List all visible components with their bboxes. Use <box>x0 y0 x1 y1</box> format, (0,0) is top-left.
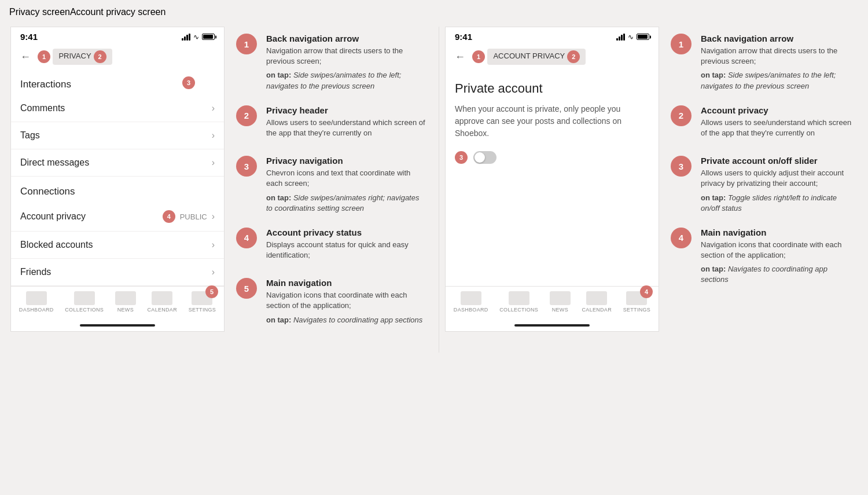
back-arrow-right[interactable]: ← <box>455 51 465 63</box>
right-section-label: Account privacy screen <box>70 7 165 17</box>
privacy-content: Interactions 3 Comments › Tags › Direct … <box>11 69 224 286</box>
annotation-circle-1-right: 1 <box>671 34 692 54</box>
status-time-right: 9:41 <box>455 32 472 42</box>
annotation-circle-5-left: 5 <box>236 278 257 299</box>
nav-news-right[interactable]: NEWS <box>550 291 571 313</box>
annotation-circle-4-right: 4 <box>671 228 692 248</box>
interactions-header: Interactions 3 <box>11 69 224 95</box>
annotation-3-left: 3 Privacy navigation Chevron icons and t… <box>236 156 427 214</box>
account-privacy-phone-panel: 9:41 ∿ ← 1 <box>445 27 659 332</box>
annotation-2-right: 2 Account privacy Allows users to see/un… <box>671 105 852 142</box>
annotation-4-right: 4 Main navigation Navigation icons that … <box>671 228 852 285</box>
direct-messages-item[interactable]: Direct messages › <box>11 149 224 177</box>
back-arrow-left[interactable]: ← <box>20 51 31 63</box>
nav-collections-right[interactable]: COLLECTIONS <box>499 291 538 313</box>
battery-icon-right <box>637 34 649 40</box>
nav-dashboard-left[interactable]: DASHBOARD <box>19 291 54 313</box>
status-icons-right: ∿ <box>616 33 649 41</box>
annotation-1-right: 1 Back navigation arrow Navigation arrow… <box>671 34 852 91</box>
toggle-knob <box>475 152 485 163</box>
left-section: 9:41 ∿ ← 1 <box>5 24 439 355</box>
dm-chevron: › <box>212 157 215 168</box>
status-time-left: 9:41 <box>20 32 38 42</box>
nav-badge-num-1: 1 <box>38 50 50 63</box>
toggle-row: 3 <box>455 151 649 164</box>
nav-bar-left: ← 1 PRIVACY2 <box>11 44 224 69</box>
panels-row: 9:41 ∿ ← 1 <box>0 24 868 355</box>
nav-news-left[interactable]: NEWS <box>115 291 136 313</box>
account-privacy-item[interactable]: Account privacy 4 PUBLIC › <box>11 202 224 232</box>
bottom-nav-right: DASHBOARD COLLECTIONS NEWS CALENDAR 4 <box>446 286 659 322</box>
annotation-circle-4-left: 4 <box>236 228 257 248</box>
nav-dashboard-right[interactable]: DASHBOARD <box>454 291 488 313</box>
signal-bar-4 <box>189 34 190 41</box>
section-labels: Privacy screen Account privacy screen <box>0 0 868 24</box>
annotation-2-left: 2 Privacy header Allows users to see/und… <box>236 105 427 142</box>
settings-badge-right: 4 <box>640 285 653 298</box>
r-signal-bar-1 <box>616 38 618 41</box>
account-privacy-content: Private account When your account is pri… <box>446 69 659 286</box>
annotation-3-right: 3 Private account on/off slider Allows u… <box>671 156 852 214</box>
annotation-5-left: 5 Main navigation Navigation icons that … <box>236 278 427 325</box>
toggle-badge: 3 <box>455 151 468 164</box>
privacy-phone-panel: 9:41 ∿ ← 1 <box>10 27 225 332</box>
status-bar-left: 9:41 ∿ <box>11 27 224 44</box>
blocked-chevron: › <box>212 240 215 250</box>
blocked-accounts-item[interactable]: Blocked accounts › <box>11 232 224 259</box>
dashboard-icon-right <box>461 291 481 305</box>
nav-calendar-left[interactable]: CALENDAR <box>148 291 177 313</box>
private-account-toggle[interactable] <box>473 151 496 164</box>
annotation-circle-1-left: 1 <box>236 34 257 54</box>
annotation-1-left: 1 Back navigation arrow Navigation arrow… <box>236 34 427 91</box>
collections-icon-left <box>74 291 95 305</box>
comments-item[interactable]: Comments › <box>11 95 224 122</box>
collections-icon-right <box>509 291 529 305</box>
wifi-icon-right: ∿ <box>628 33 634 41</box>
r-signal-bar-3 <box>621 35 623 41</box>
privacy-header-badge: PRIVACY2 <box>53 49 112 65</box>
bottom-indicator-left <box>80 324 155 327</box>
news-icon-left <box>115 291 136 305</box>
bottom-indicator-right <box>514 324 590 327</box>
private-account-title: Private account <box>455 81 649 96</box>
right-annotation-panel: 1 Back navigation arrow Navigation arrow… <box>659 24 863 355</box>
signal-bars-left <box>182 34 190 41</box>
left-section-label: Privacy screen <box>9 7 70 17</box>
signal-bar-1 <box>182 38 183 41</box>
section3-badge: 3 <box>182 76 195 89</box>
tags-chevron: › <box>212 130 215 141</box>
account-privacy-badge: 4 <box>163 210 175 223</box>
r-signal-bar-2 <box>619 36 620 41</box>
battery-icon-left <box>202 34 215 40</box>
calendar-icon-left <box>152 291 172 305</box>
annotation-circle-2-left: 2 <box>236 105 257 126</box>
annotation-circle-3-left: 3 <box>236 156 257 177</box>
nav-collections-left[interactable]: COLLECTIONS <box>65 291 104 313</box>
connections-header: Connections <box>11 177 224 202</box>
nav-settings-left[interactable]: 5 SETTINGS <box>189 291 216 313</box>
nav-settings-right[interactable]: 4 SETTINGS <box>623 291 650 313</box>
nav-badge-num-r1: 1 <box>472 50 485 63</box>
account-privacy-right: 4 PUBLIC › <box>160 210 215 223</box>
annotation-circle-3-right: 3 <box>671 156 692 177</box>
annotation-4-left: 4 Account privacy status Displays accoun… <box>236 228 427 264</box>
privacy-badge-num: 2 <box>94 50 106 63</box>
news-icon-right <box>550 291 571 305</box>
status-bar-right: 9:41 ∿ <box>446 27 659 44</box>
signal-bars-right <box>616 34 625 41</box>
left-annotation-panel: 1 Back navigation arrow Navigation arrow… <box>225 24 439 355</box>
wifi-icon-left: ∿ <box>193 33 199 41</box>
account-privacy-header-badge: ACCOUNT PRIVACY2 <box>487 49 586 65</box>
account-privacy-badge-num: 2 <box>567 50 580 63</box>
calendar-icon-right <box>586 291 607 305</box>
nav-bar-right: ← 1 ACCOUNT PRIVACY2 <box>446 44 659 69</box>
nav-calendar-right[interactable]: CALENDAR <box>582 291 612 313</box>
settings-badge-left: 5 <box>205 285 218 298</box>
account-privacy-chevron: › <box>212 211 215 222</box>
dashboard-icon-left <box>26 291 47 305</box>
private-account-desc: When your account is private, only peopl… <box>455 103 649 140</box>
signal-bar-3 <box>186 35 188 41</box>
friends-chevron: › <box>212 267 215 277</box>
friends-item[interactable]: Friends › <box>11 259 224 286</box>
tags-item[interactable]: Tags › <box>11 122 224 149</box>
